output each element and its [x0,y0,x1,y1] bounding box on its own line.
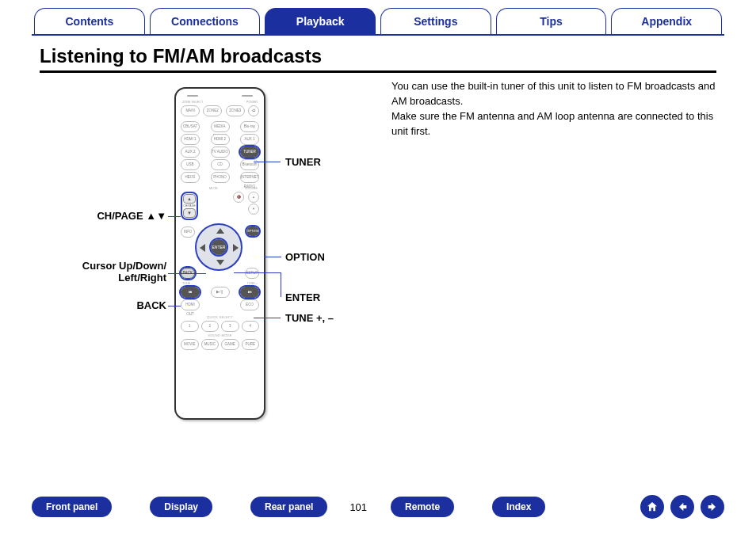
nav-index[interactable]: Index [492,497,545,517]
tab-playback[interactable]: Playback [265,8,376,34]
btn-quick3: 3 [221,321,239,332]
tab-settings[interactable]: Settings [380,8,491,34]
btn-heos: HEOS [181,172,200,183]
page-number: 101 [349,501,367,513]
nav-rear-panel[interactable]: Rear panel [250,497,327,517]
btn-tune-plus: ⏭ [240,287,259,298]
btn-zone2: ZONE2 [203,105,222,116]
nav-display[interactable]: Display [150,497,212,517]
cursor-right-icon [233,244,239,252]
vol-up-icon: ▲ [248,192,259,203]
btn-hdmi-out: HDMI OUT [181,299,200,310]
tab-contents[interactable]: Contents [34,8,145,34]
btn-main: MAIN [181,105,200,116]
callout-option: OPTION [285,251,325,263]
mute-icon: 🔇 [233,192,244,203]
nav-front-panel[interactable]: Front panel [32,497,112,517]
callout-tune: TUNE +, – [285,312,334,324]
cursor-up-icon [216,228,224,234]
btn-tvaudio: TV AUDIO [211,147,230,158]
top-tabs: Contents Connections Playback Settings T… [0,0,756,34]
btn-usb: USB [181,159,200,170]
callout-back: BACK [63,299,166,311]
btn-setup: SETUP [245,268,259,279]
btn-eco: ECO [240,299,259,310]
body-p2: Make sure the FM antenna and AM loop ant… [391,109,716,139]
btn-game: GAME [221,339,239,350]
callout-tuner: TUNER [285,156,321,168]
btn-info: INFO [181,227,195,238]
btn-enter: ENTER [211,239,227,255]
btn-aux2: AUX 2 [181,147,200,158]
btn-option: OPTION [246,227,259,236]
btn-play-pause: ▶/∥ [211,287,230,298]
btn-quick2: 2 [201,321,220,332]
btn-media: MEDIA PLAYER [211,121,230,132]
home-icon[interactable] [640,495,664,519]
cursor-down-icon [216,260,224,265]
remote-outline: ZONE SELECTPOWER MAIN ZONE2 ZONE3 ⏻ CBL/… [174,87,265,420]
remote-diagram: ZONE SELECTPOWER MAIN ZONE2 ZONE3 ⏻ CBL/… [40,79,380,444]
btn-music: MUSIC [201,339,220,350]
btn-hdmi1: HDMI 1 [181,134,200,145]
nav-remote[interactable]: Remote [391,497,454,517]
tabs-underline [32,34,724,36]
chpage-up-icon: ▲ [183,194,196,204]
chpage-group: ▲ CH/PAGE ▼ [181,192,198,220]
btn-hdmi2: HDMI 2 [211,134,230,145]
btn-quick4: 4 [242,321,260,332]
btn-bluray: Blu-ray [240,121,259,132]
btn-aux1: AUX 1 [240,134,259,145]
btn-cbl: CBL/SAT [181,121,200,132]
page-title: Listening to FM/AM broadcasts [40,45,716,67]
cursor-left-icon [200,244,205,252]
btn-zone3: ZONE3 [226,105,245,116]
body-text: You can use the built-in tuner of this u… [380,79,716,444]
chpage-down-icon: ▼ [183,208,196,218]
tab-connections[interactable]: Connections [150,8,261,34]
triangle-up-down-icon: ▲▼ [146,210,166,222]
body-p1: You can use the built-in tuner of this u… [391,79,716,109]
vol-down-icon: ▼ [248,204,259,215]
power-icon: ⏻ [248,105,259,116]
btn-cd: CD [211,159,230,170]
tab-tips[interactable]: Tips [496,8,607,34]
btn-quick1: 1 [181,321,199,332]
btn-internet: INTERNET RADIO [240,172,259,183]
bottom-nav: Front panel Display Rear panel 101 Remot… [0,495,756,519]
prev-page-icon[interactable] [670,495,694,519]
next-page-icon[interactable] [701,495,724,519]
btn-phono: PHONO [211,172,230,183]
btn-movie: MOVIE [181,339,199,350]
callout-enter: ENTER [285,291,320,303]
callout-chpage: CH/PAGE ▲▼ [63,210,166,222]
callout-cursor: Cursor Up/Down/ Left/Right [63,260,166,284]
btn-tuner: TUNER [240,147,259,158]
tab-appendix[interactable]: Appendix [611,8,722,34]
btn-pure: PURE [242,339,260,350]
btn-tune-minus: ⏮ [181,287,200,298]
